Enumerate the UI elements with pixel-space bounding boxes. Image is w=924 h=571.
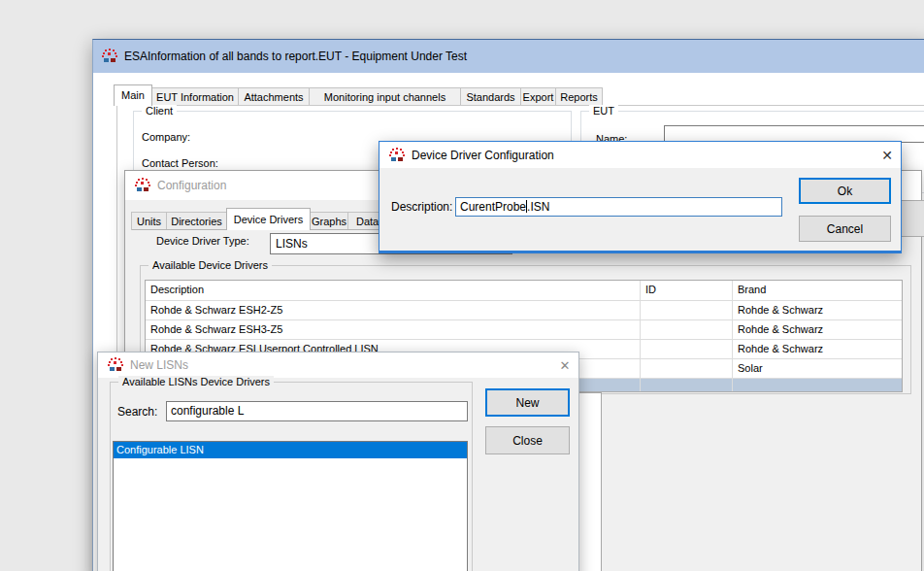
cell-id bbox=[641, 359, 733, 378]
description-label: Description: bbox=[391, 200, 452, 214]
tab-monitoring-input-channels[interactable]: Monitoring input channels bbox=[309, 87, 461, 106]
close-button[interactable]: Close bbox=[485, 426, 570, 454]
tab-directories[interactable]: Directories bbox=[166, 212, 227, 230]
app-icon bbox=[102, 49, 117, 64]
main-tabstrip: Main EUT Information Attachments Monitor… bbox=[115, 84, 603, 106]
table-header-row[interactable]: Description ID Brand bbox=[146, 281, 902, 301]
tab-graphs[interactable]: Graphs bbox=[310, 212, 348, 230]
client-group-label: Client bbox=[142, 105, 177, 117]
new-lisns-title: New LISNs bbox=[130, 358, 188, 372]
description-text-before-caret: CurentProbe bbox=[460, 200, 526, 214]
new-button[interactable]: New bbox=[485, 388, 570, 417]
tab-attachments[interactable]: Attachments bbox=[238, 87, 310, 106]
configuration-tabstrip: Units Directories Device Drivers Graphs … bbox=[132, 208, 420, 230]
cancel-button[interactable]: Cancel bbox=[799, 216, 891, 242]
tab-units[interactable]: Units bbox=[131, 212, 167, 230]
cell-id bbox=[641, 340, 733, 358]
cell-brand: Solar bbox=[733, 359, 902, 378]
close-icon[interactable]: ✕ bbox=[551, 355, 578, 375]
tab-eut-information[interactable]: EUT Information bbox=[151, 87, 239, 106]
lisns-listbox[interactable]: Configurable LISN bbox=[113, 441, 468, 571]
search-input[interactable]: configurable L bbox=[166, 401, 468, 421]
ddc-title: Device Driver Configuration bbox=[412, 149, 554, 162]
tab-export[interactable]: Export bbox=[520, 87, 556, 106]
eut-group-label: EUT bbox=[589, 105, 618, 117]
available-lisns-group-label: Available LISNs Device Drivers bbox=[118, 376, 274, 387]
configuration-title: Configuration bbox=[157, 179, 226, 192]
main-titlebar[interactable]: ESAInformation of all bands to report.EU… bbox=[93, 40, 924, 73]
device-driver-type-value: LISNs bbox=[276, 237, 308, 251]
tab-main[interactable]: Main bbox=[114, 84, 152, 106]
cell-description: Rohde & Schwarz ESH3-Z5 bbox=[146, 320, 641, 339]
device-driver-type-label: Device Driver Type: bbox=[156, 235, 249, 247]
search-label: Search: bbox=[117, 405, 157, 419]
cell-brand: Rohde & Schwarz bbox=[733, 320, 902, 339]
cell-brand: Rohde & Schwarz bbox=[733, 340, 902, 358]
tab-reports[interactable]: Reports bbox=[555, 87, 603, 106]
contact-person-label: Contact Person: bbox=[142, 157, 218, 169]
list-item-configurable-lisn[interactable]: Configurable LISN bbox=[114, 442, 467, 458]
app-icon bbox=[389, 148, 405, 163]
company-label: Company: bbox=[142, 131, 190, 143]
column-header-description[interactable]: Description bbox=[146, 281, 641, 300]
main-window-title: ESAInformation of all bands to report.EU… bbox=[124, 50, 467, 63]
table-row[interactable]: Rohde & Schwarz ESH3-Z5 Rohde & Schwarz bbox=[146, 320, 902, 340]
cell-id bbox=[641, 301, 733, 319]
cell-id bbox=[641, 320, 733, 339]
close-icon[interactable]: ✕ bbox=[874, 146, 901, 165]
cell-brand: Rohde & Schwarz bbox=[733, 301, 902, 319]
tab-device-drivers[interactable]: Device Drivers bbox=[226, 208, 311, 230]
new-lisns-titlebar[interactable]: New LISNs ✕ bbox=[98, 353, 578, 378]
tab-standards[interactable]: Standards bbox=[460, 87, 521, 106]
config-side-button[interactable] bbox=[900, 200, 924, 237]
column-header-id[interactable]: ID bbox=[641, 281, 733, 300]
description-text-after-caret: .ISN bbox=[527, 200, 549, 214]
description-input[interactable]: CurentProbe.ISN bbox=[455, 197, 782, 217]
app-icon bbox=[135, 178, 150, 193]
column-header-brand[interactable]: Brand bbox=[733, 281, 902, 300]
cell-description: Rohde & Schwarz ESH2-Z5 bbox=[146, 301, 641, 319]
ddc-titlebar[interactable]: Device Driver Configuration ✕ bbox=[380, 142, 901, 168]
available-device-drivers-label: Available Device Drivers bbox=[148, 259, 272, 271]
device-driver-configuration-dialog: Device Driver Configuration ✕ Descriptio… bbox=[379, 141, 902, 253]
table-row[interactable]: Rohde & Schwarz ESH2-Z5 Rohde & Schwarz bbox=[146, 301, 902, 320]
desktop: ESAInformation of all bands to report.EU… bbox=[0, 0, 924, 571]
new-lisns-dialog: New LISNs ✕ Available LISNs Device Drive… bbox=[97, 352, 579, 571]
ok-button[interactable]: Ok bbox=[799, 178, 891, 204]
app-icon bbox=[108, 357, 123, 373]
cell-brand bbox=[733, 379, 902, 392]
cell-id bbox=[641, 379, 733, 392]
